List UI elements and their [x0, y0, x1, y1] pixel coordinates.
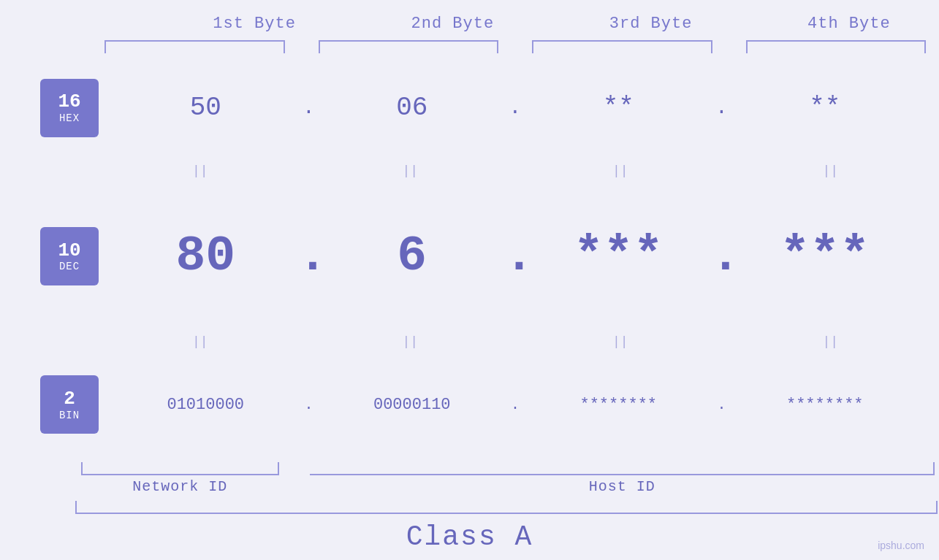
- hex-badge-label: HEX: [59, 112, 80, 124]
- dec-b4: ***: [733, 228, 918, 284]
- bin-badge: 2 BIN: [40, 375, 99, 434]
- dec-b1: 80: [113, 228, 298, 284]
- hex-dot-2: .: [504, 96, 526, 119]
- eq-row-2: || || || ||: [0, 333, 939, 350]
- bin-b4: ********: [733, 396, 918, 414]
- host-id-label: Host ID: [307, 478, 938, 495]
- hex-badge-number: 16: [58, 91, 80, 112]
- hex-b1: 50: [113, 93, 298, 123]
- top-bracket-4: [746, 40, 927, 53]
- eq-values-1: || || || ||: [91, 164, 939, 178]
- class-label: Class A: [0, 521, 939, 560]
- eq-1-b1: ||: [106, 164, 294, 178]
- hex-dot-1: .: [298, 96, 320, 119]
- dec-badge-label: DEC: [59, 261, 80, 272]
- dec-values: 80 . 6 . *** . ***: [99, 228, 932, 284]
- eq-2-b3: ||: [526, 334, 715, 349]
- bin-values: 01010000 . 00000110 . ******** . *******…: [99, 396, 932, 414]
- network-id-label: Network ID: [75, 478, 286, 495]
- eq-row-1: || || || ||: [0, 162, 939, 180]
- bin-b3: ********: [526, 396, 711, 414]
- network-bracket: [81, 462, 280, 475]
- hex-b2: 06: [320, 93, 505, 123]
- eq-2-b2: ||: [316, 334, 505, 349]
- class-bracket: [75, 501, 938, 514]
- hex-badge: 16 HEX: [40, 79, 99, 137]
- dec-b2: 6: [320, 228, 505, 284]
- hex-b4: **: [733, 93, 918, 123]
- bin-b1: 01010000: [113, 396, 298, 414]
- byte-label-2: 2nd Byte: [365, 15, 541, 33]
- byte-label-3: 3rd Byte: [563, 15, 739, 33]
- hex-values: 50 . 06 . ** . **: [99, 93, 932, 123]
- dec-row: 10 DEC 80 . 6 . *** . ***: [0, 180, 939, 332]
- dec-badge-number: 10: [58, 240, 80, 261]
- eq-1-b4: ||: [737, 164, 925, 178]
- eq-1-b3: ||: [526, 164, 715, 178]
- eq-2-b4: ||: [737, 334, 925, 349]
- bin-b2: 00000110: [320, 396, 505, 414]
- top-bracket-2: [319, 40, 499, 53]
- byte-header-row: 1st Byte 2nd Byte 3rd Byte 4th Byte: [75, 15, 938, 33]
- host-bracket: [310, 462, 935, 475]
- eq-2-b1: ||: [106, 334, 294, 349]
- hex-b3: **: [526, 93, 711, 123]
- bin-row: 2 BIN 01010000 . 00000110 . ******** . *…: [0, 350, 939, 459]
- dec-badge: 10 DEC: [40, 227, 99, 285]
- dec-dot-1: .: [298, 228, 320, 284]
- dec-b3: ***: [526, 228, 711, 284]
- bin-dot-1: .: [298, 396, 320, 413]
- hex-dot-3: .: [711, 96, 733, 119]
- bin-dot-3: .: [711, 396, 733, 413]
- main-container: 1st Byte 2nd Byte 3rd Byte 4th Byte 16 H…: [0, 0, 939, 560]
- host-bracket-col: [307, 462, 938, 475]
- eq-1-b2: ||: [316, 164, 505, 178]
- byte-label-1: 1st Byte: [167, 15, 343, 33]
- id-labels-row: Network ID Host ID: [75, 478, 938, 495]
- top-bracket-1: [104, 40, 285, 53]
- eq-values-2: || || || ||: [91, 334, 939, 349]
- byte-label-4: 4th Byte: [761, 15, 937, 33]
- network-bracket-col: [75, 462, 286, 475]
- bin-badge-number: 2: [64, 388, 75, 410]
- dec-dot-2: .: [504, 228, 526, 284]
- bin-badge-label: BIN: [59, 410, 80, 421]
- bin-dot-2: .: [504, 396, 526, 413]
- watermark: ipshu.com: [878, 540, 924, 551]
- hex-row: 16 HEX 50 . 06 . ** . **: [0, 53, 939, 162]
- top-bracket-3: [532, 40, 712, 53]
- bottom-bracket-area: [75, 462, 938, 475]
- dec-dot-3: .: [711, 228, 733, 284]
